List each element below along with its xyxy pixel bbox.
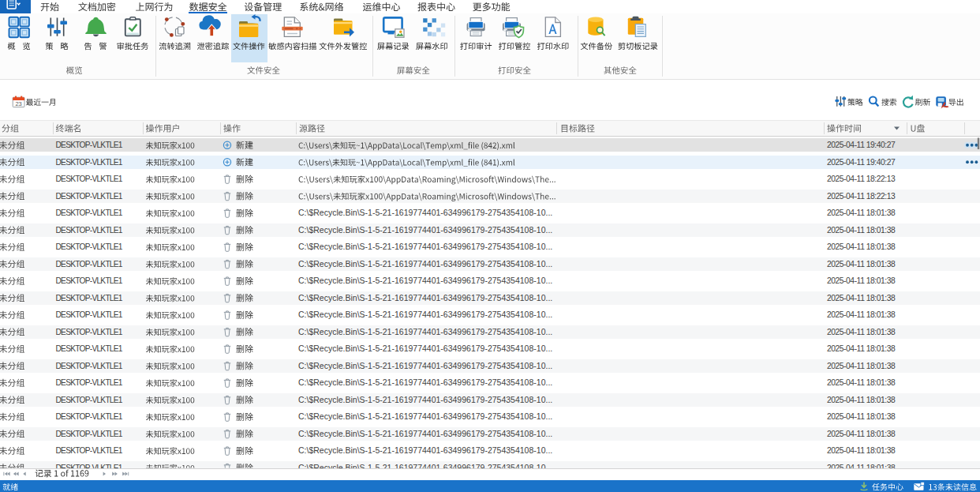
svg-text:23: 23 <box>15 100 21 107</box>
